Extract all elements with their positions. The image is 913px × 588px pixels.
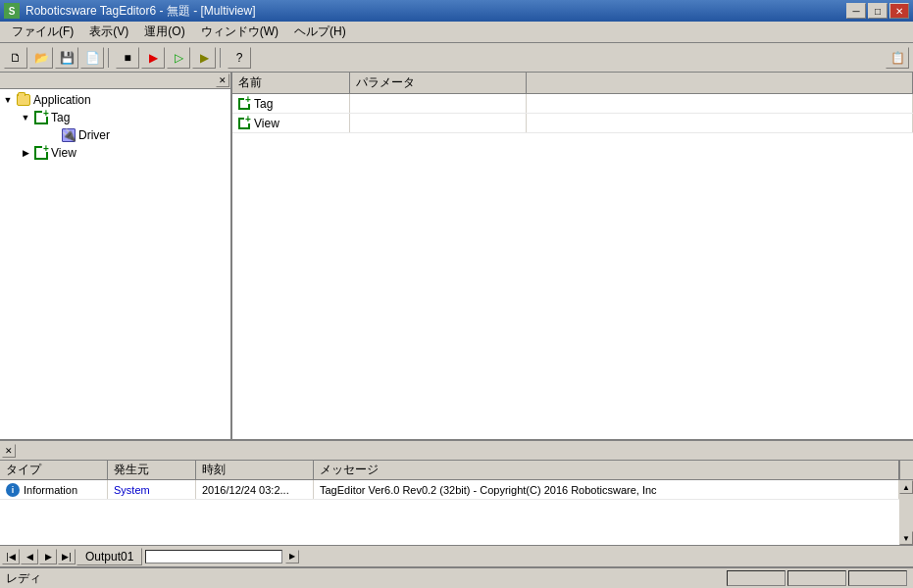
main-container: ✕ ▼ Application ▼ Tag [0, 73, 913, 566]
toolbar-save-button[interactable]: 💾 [55, 47, 78, 69]
status-panel-2 [787, 570, 846, 586]
tree-node-view[interactable]: ▶ View [2, 144, 228, 162]
expand-driver [47, 129, 59, 141]
title-text: Roboticsware TagEditor6 - 無題 - [Multivie… [25, 3, 256, 20]
nav-prev-button[interactable]: ◀ [21, 549, 38, 564]
grid-header-param: パラメータ [350, 73, 527, 93]
toolbar: 🗋 📂 💾 📄 ■ ▶ ▷ ▶ ? 📋 [0, 43, 913, 73]
application-icon [16, 92, 31, 108]
right-panel: 名前 パラメータ Tag View [232, 73, 913, 439]
tree-node-tag[interactable]: ▼ Tag [2, 109, 228, 126]
log-header: タイプ 発生元 時刻 メッセージ [0, 461, 913, 480]
log-cell-source-0: System [108, 480, 196, 499]
left-panel-close-button[interactable]: ✕ [216, 74, 229, 87]
log-header-type: タイプ [0, 461, 108, 479]
menu-operation[interactable]: 運用(O) [136, 22, 192, 42]
output-tab[interactable]: Output01 [76, 548, 142, 565]
work-area: ✕ ▼ Application ▼ Tag [0, 73, 913, 439]
nav-next-button[interactable]: ▶ [39, 549, 57, 564]
info-icon-0: i [6, 483, 20, 497]
toolbar-right: 📋 [886, 47, 909, 69]
tag-icon [33, 110, 49, 125]
log-row-0[interactable]: i Information System 2016/12/24 03:2... … [0, 480, 899, 500]
toolbar-run2-button[interactable]: ▷ [167, 47, 190, 69]
status-panel-1 [727, 570, 786, 586]
menu-view[interactable]: 表示(V) [81, 22, 136, 42]
title-controls: ─ □ ✕ [846, 3, 909, 19]
grid-cell-tag-extra [527, 94, 913, 113]
grid-content[interactable]: Tag View [232, 94, 913, 439]
expand-application[interactable]: ▼ [2, 94, 14, 106]
title-bar: S Roboticsware TagEditor6 - 無題 - [Multiv… [0, 0, 913, 22]
toolbar-stop-button[interactable]: ■ [116, 47, 139, 69]
log-cell-message-0: TagEditor Ver6.0 Rev0.2 (32bit) - Copyri… [314, 480, 899, 499]
nav-scroll-track[interactable] [145, 550, 282, 564]
log-cell-type-0: i Information [0, 480, 108, 499]
toolbar-copy-button[interactable]: 📋 [886, 47, 909, 69]
bottom-panel-header: ✕ [0, 441, 913, 461]
view-icon [33, 145, 49, 161]
toolbar-separator-2 [220, 48, 224, 68]
toolbar-help-button[interactable]: ? [228, 47, 251, 69]
toolbar-run3-button[interactable]: ▶ [192, 47, 216, 69]
log-scrollbar-top [899, 461, 913, 479]
log-table: タイプ 発生元 時刻 メッセージ i Information System [0, 461, 913, 545]
expand-view[interactable]: ▶ [20, 147, 31, 159]
log-scrollbar: ▲ ▼ [899, 480, 913, 545]
title-bar-left: S Roboticsware TagEditor6 - 無題 - [Multiv… [4, 3, 256, 20]
driver-icon: 🔌 [61, 127, 76, 143]
status-panels [727, 570, 907, 586]
log-scroll-up[interactable]: ▲ [899, 480, 913, 494]
menu-help[interactable]: ヘルプ(H) [286, 22, 354, 42]
tree-node-application[interactable]: ▼ Application [2, 91, 228, 109]
left-panel-header: ✕ [0, 73, 230, 89]
nav-first-button[interactable]: |◀ [2, 549, 20, 564]
log-area: i Information System 2016/12/24 03:2... … [0, 480, 913, 545]
bottom-panel-close-button[interactable]: ✕ [2, 444, 16, 458]
tag-label: Tag [51, 111, 70, 124]
toolbar-new-button[interactable]: 🗋 [4, 47, 27, 69]
grid-header-extra [527, 73, 913, 93]
status-text: レディ [6, 570, 41, 587]
grid-row-tag[interactable]: Tag [232, 94, 913, 114]
grid-row-view[interactable]: View [232, 114, 913, 133]
bottom-panel: ✕ タイプ 発生元 時刻 メッセージ i Information [0, 439, 913, 566]
tree-area[interactable]: ▼ Application ▼ Tag [0, 89, 230, 439]
grid-header: 名前 パラメータ [232, 73, 913, 94]
maximize-button[interactable]: □ [868, 3, 888, 19]
left-panel: ✕ ▼ Application ▼ Tag [0, 73, 232, 439]
log-cell-time-0: 2016/12/24 03:2... [196, 480, 314, 499]
grid-cell-tag-name: Tag [232, 94, 350, 113]
app-icon: S [4, 3, 20, 19]
grid-cell-view-param [350, 114, 527, 132]
application-label: Application [33, 93, 91, 107]
toolbar-open-button[interactable]: 📂 [29, 47, 53, 69]
status-panel-3 [848, 570, 907, 586]
toolbar-run1-button[interactable]: ▶ [141, 47, 165, 69]
driver-label: Driver [78, 128, 110, 142]
minimize-button[interactable]: ─ [846, 3, 866, 19]
log-header-source: 発生元 [108, 461, 196, 479]
view-label: View [51, 146, 76, 160]
toolbar-separator-1 [108, 48, 112, 68]
menu-file[interactable]: ファイル(F) [4, 22, 81, 42]
bottom-nav: |◀ ◀ ▶ ▶| Output01 ▶ [0, 545, 913, 566]
grid-cell-view-name: View [232, 114, 350, 132]
log-body[interactable]: i Information System 2016/12/24 03:2... … [0, 480, 899, 545]
grid-header-name: 名前 [232, 73, 350, 93]
log-scroll-down[interactable]: ▼ [899, 531, 913, 545]
grid-cell-view-extra [527, 114, 913, 132]
nav-last-button[interactable]: ▶| [58, 549, 76, 564]
menu-bar: ファイル(F) 表示(V) 運用(O) ウィンドウ(W) ヘルプ(H) [0, 22, 913, 43]
log-header-message: メッセージ [314, 461, 899, 479]
grid-cell-tag-param [350, 94, 527, 113]
toolbar-page-button[interactable]: 📄 [80, 47, 104, 69]
status-bar: レディ [0, 566, 913, 588]
expand-tag[interactable]: ▼ [20, 112, 31, 123]
close-button[interactable]: ✕ [889, 3, 909, 19]
log-header-time: 時刻 [196, 461, 314, 479]
menu-window[interactable]: ウィンドウ(W) [193, 22, 286, 42]
tree-node-driver[interactable]: 🔌 Driver [2, 126, 228, 144]
nav-scroll-right[interactable]: ▶ [285, 550, 299, 564]
